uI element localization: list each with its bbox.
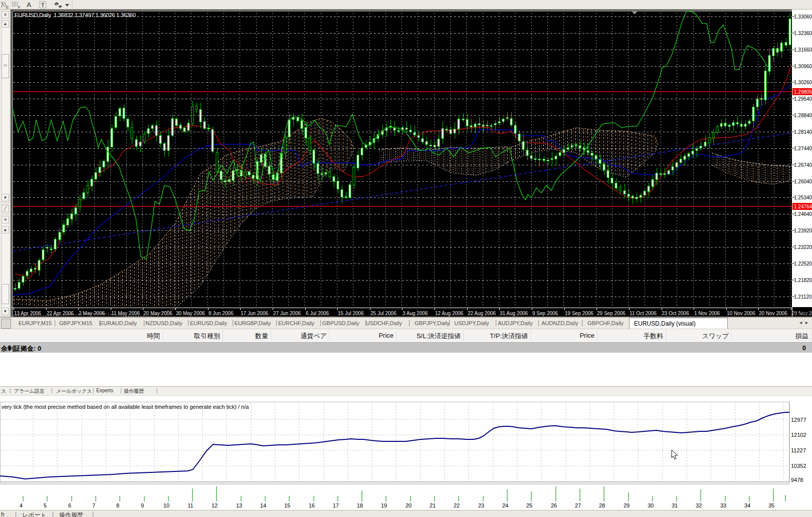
svg-text:1.27440: 1.27440 <box>794 146 812 151</box>
svg-text:15: 15 <box>284 502 290 508</box>
svg-text:27 Jun 2006: 27 Jun 2006 <box>273 311 301 316</box>
svg-text:1.31660: 1.31660 <box>794 47 812 53</box>
svg-text:26: 26 <box>551 502 557 508</box>
svg-text:34: 34 <box>744 502 750 508</box>
svg-text:1.20420: 1.20420 <box>794 310 812 316</box>
svg-text:20 May 2006: 20 May 2006 <box>143 311 172 316</box>
svg-text:32: 32 <box>696 502 702 508</box>
svg-text:17 Jun 2006: 17 Jun 2006 <box>241 311 268 316</box>
svg-text:6 Jul 2006: 6 Jul 2006 <box>306 311 329 316</box>
svg-text:12: 12 <box>212 502 218 508</box>
svg-text:9 Sep 2006: 9 Sep 2006 <box>532 311 558 316</box>
svg-text:E: E <box>6 5 9 10</box>
svg-text:23 Oct 2006: 23 Oct 2006 <box>662 311 689 316</box>
svg-text:30 May 2006: 30 May 2006 <box>176 311 205 316</box>
svg-text:8: 8 <box>116 502 119 508</box>
svg-text:1.22520: 1.22520 <box>794 261 812 267</box>
svg-text:29: 29 <box>624 502 630 508</box>
svg-text:1.33060: 1.33060 <box>794 14 812 20</box>
svg-text:30: 30 <box>648 502 654 508</box>
svg-text:20: 20 <box>405 502 412 508</box>
svg-text:1.21820: 1.21820 <box>794 278 812 283</box>
svg-text:10: 10 <box>163 502 169 508</box>
svg-text:22 Apr 2006: 22 Apr 2006 <box>47 311 74 316</box>
svg-text:24: 24 <box>502 502 508 508</box>
svg-text:1.32360: 1.32360 <box>794 31 812 36</box>
svg-text:14: 14 <box>260 502 266 508</box>
svg-text:20 Nov 2006: 20 Nov 2006 <box>759 311 787 316</box>
svg-text:A: A <box>27 1 32 9</box>
svg-text:31: 31 <box>672 502 678 508</box>
svg-text:16: 16 <box>309 502 315 508</box>
svg-text:27: 27 <box>575 502 581 508</box>
svg-text:3 Aug 2006: 3 Aug 2006 <box>402 311 428 316</box>
svg-text:11227: 11227 <box>791 447 806 453</box>
svg-text:33: 33 <box>720 502 726 508</box>
svg-text:22 Aug 2006: 22 Aug 2006 <box>468 311 496 316</box>
svg-text:1.28840: 1.28840 <box>794 113 812 118</box>
svg-text:1.28140: 1.28140 <box>794 129 812 135</box>
svg-text:1.21120: 1.21120 <box>794 294 812 300</box>
svg-text:1.23220: 1.23220 <box>794 244 812 250</box>
svg-text:EURUSD,Daily 1.36832 1.37497: EURUSD,Daily 1.36832 1.37497 1.36026 1.3… <box>15 12 136 18</box>
svg-text:6: 6 <box>68 502 71 508</box>
svg-text:1.24640: 1.24640 <box>794 211 812 217</box>
svg-text:1.25340: 1.25340 <box>794 195 812 200</box>
svg-text:35: 35 <box>768 502 774 508</box>
svg-text:2 May 2006: 2 May 2006 <box>79 311 105 316</box>
svg-text:18: 18 <box>357 502 363 508</box>
svg-text:19 Sep 2006: 19 Sep 2006 <box>565 311 593 316</box>
svg-text:23: 23 <box>478 502 484 508</box>
svg-text:29 Sep 2006: 29 Sep 2006 <box>597 311 626 316</box>
svg-text:very tick (the most precise me: very tick (the most precise method based… <box>2 404 249 410</box>
svg-text:8 Jun 2006: 8 Jun 2006 <box>209 311 234 316</box>
svg-text:T: T <box>41 2 45 8</box>
svg-text:11 Oct 2006: 11 Oct 2006 <box>630 311 657 316</box>
svg-text:15 Jul 2006: 15 Jul 2006 <box>338 311 364 316</box>
svg-text:25 Jul 2006: 25 Jul 2006 <box>370 311 396 316</box>
svg-text:12102: 12102 <box>791 432 806 438</box>
svg-text:28: 28 <box>599 502 605 508</box>
svg-text:10 Nov 2006: 10 Nov 2006 <box>727 311 755 316</box>
svg-text:1.26040: 1.26040 <box>794 179 812 184</box>
svg-text:1.23920: 1.23920 <box>794 228 812 233</box>
svg-text:12977: 12977 <box>791 417 806 423</box>
svg-text:25: 25 <box>526 502 532 508</box>
svg-text:1.29540: 1.29540 <box>794 96 812 102</box>
svg-text:22: 22 <box>454 502 460 508</box>
svg-text:31 Aug 2006: 31 Aug 2006 <box>500 311 528 316</box>
svg-text:7: 7 <box>92 502 95 508</box>
svg-text:5: 5 <box>44 502 47 508</box>
svg-text:11 May 2006: 11 May 2006 <box>111 311 140 316</box>
svg-text:10352: 10352 <box>791 463 806 469</box>
svg-text:13 Apr 2006: 13 Apr 2006 <box>14 311 41 316</box>
svg-text:1.24764: 1.24764 <box>794 204 812 209</box>
svg-text:1.30260: 1.30260 <box>794 80 812 85</box>
svg-text:1.29805: 1.29805 <box>794 89 812 95</box>
svg-text:F: F <box>18 5 21 10</box>
svg-text:1.26740: 1.26740 <box>794 162 812 168</box>
svg-text:1.30960: 1.30960 <box>794 64 812 69</box>
svg-text:4: 4 <box>20 502 23 508</box>
svg-text:19: 19 <box>381 502 387 508</box>
svg-text:13: 13 <box>236 502 242 508</box>
svg-text:21: 21 <box>430 502 436 508</box>
svg-text:1 Nov 2006: 1 Nov 2006 <box>694 311 720 316</box>
svg-text:9478: 9478 <box>791 477 803 483</box>
svg-text:11: 11 <box>187 502 193 508</box>
svg-text:9: 9 <box>141 502 144 508</box>
svg-text:17: 17 <box>333 502 339 508</box>
svg-text:12 Aug 2006: 12 Aug 2006 <box>435 311 464 316</box>
